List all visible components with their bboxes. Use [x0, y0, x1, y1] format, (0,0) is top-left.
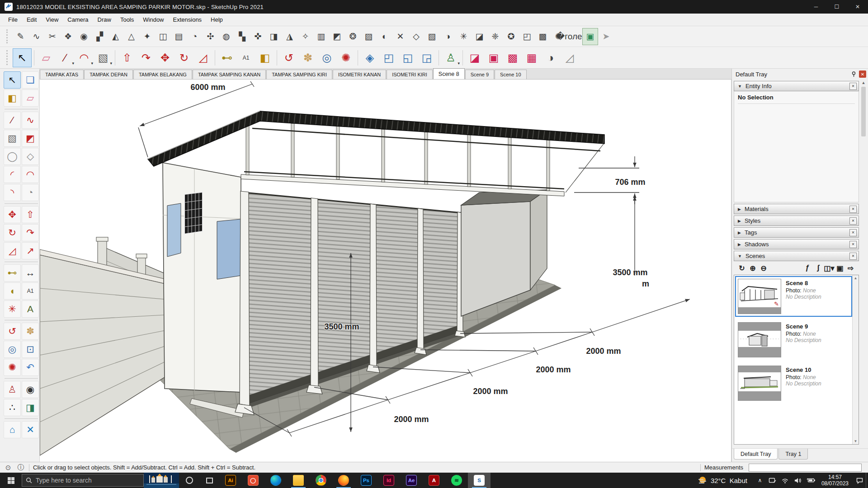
close-button[interactable]: ✕ [847, 0, 868, 14]
dropdown-caret-icon[interactable]: ▾ [458, 61, 460, 66]
rotate-tool[interactable]: ↻ ▾ [175, 48, 193, 67]
dropdown-caret-icon[interactable]: ▾ [110, 61, 112, 66]
section-display-tool[interactable]: ▣ ▾ [484, 48, 503, 67]
app-spotify[interactable]: ≋ [445, 473, 468, 488]
tab-isometri-kanan[interactable]: ISOMETRI KANAN [333, 70, 386, 79]
3d-text-tool[interactable]: A [22, 300, 39, 318]
pin-icon[interactable] [849, 70, 858, 78]
menu-file[interactable]: File [4, 14, 22, 26]
menu-camera[interactable]: Camera [63, 14, 93, 26]
orbit-tool[interactable]: ↺ ▾ [279, 48, 298, 67]
section-close-button[interactable]: × [849, 229, 857, 236]
extension-tool-25[interactable]: ✕ [392, 28, 408, 45]
app-edge[interactable] [264, 473, 287, 488]
app-sketchup[interactable]: S [468, 473, 491, 488]
tab-tampak-samping-kanan[interactable]: TAMPAK SAMPING KANAN [193, 70, 266, 79]
scene-thumbnail[interactable]: ✎ [738, 279, 781, 314]
wifi-icon[interactable] [779, 473, 792, 488]
tab-scene-9[interactable]: Scene 9 [465, 70, 494, 79]
view-tool-1[interactable]: ◈ ▾ [360, 48, 379, 67]
tray-scrollbar[interactable]: ▲ [860, 80, 867, 447]
move-tool[interactable]: ✥ [4, 206, 21, 223]
extension-tool-3[interactable]: ✂ [44, 28, 60, 45]
extension-tool-11[interactable]: ▤ [171, 28, 187, 45]
zoom-extents-tool[interactable]: ✺ [4, 359, 21, 376]
polygon-tool[interactable]: ◇ [22, 148, 39, 165]
volume-icon[interactable] [792, 473, 804, 488]
tab-scene-10[interactable]: Scene 10 [495, 70, 526, 79]
section-styles[interactable]: ▶ Styles × [734, 216, 859, 226]
extension-tool-26[interactable]: ◇ [408, 28, 424, 45]
zoom-tool[interactable]: ◎ ▾ [317, 48, 336, 67]
arc-tool[interactable]: ◜ [4, 166, 21, 183]
follow-me-tool[interactable]: ↷ ▾ [137, 48, 156, 67]
taskbar-widget-image[interactable] [144, 473, 179, 488]
cursor-tool[interactable]: ➤ [598, 28, 614, 45]
section-tags[interactable]: ▶ Tags × [734, 227, 859, 238]
menu-window[interactable]: Window [138, 14, 168, 26]
circle-tool[interactable]: ◯ [4, 148, 21, 165]
app-acrobat[interactable]: A [423, 473, 445, 488]
extension-tool-13[interactable]: ✣ [203, 28, 218, 45]
protractor-tool[interactable]: ◖ [4, 282, 21, 300]
zoom-extents-tool[interactable]: ✺ ▾ [336, 48, 355, 67]
section-close-button[interactable]: × [849, 83, 857, 90]
select-tool[interactable]: ↖ [4, 71, 21, 89]
menu-tools[interactable]: Tools [116, 14, 138, 26]
extension-tool-30[interactable]: ◪ [472, 28, 487, 45]
section-close-button[interactable]: × [849, 206, 857, 213]
expand-arrow-icon[interactable]: ▶ [738, 207, 741, 211]
extension-tool-33[interactable]: ◰ [519, 28, 535, 45]
tape-measure-tool[interactable]: ⊷ ▾ [217, 48, 236, 67]
extension-tool-14[interactable]: ◍ [218, 28, 234, 45]
extension-tool-20[interactable]: ▥ [313, 28, 329, 45]
menu-help[interactable]: Help [206, 14, 227, 26]
sandbox-tool[interactable]: ▦ ▾ [522, 48, 541, 67]
extension-tool-18[interactable]: ◮ [282, 28, 297, 45]
extension-tool-5[interactable]: ◉ [76, 28, 92, 45]
previous-view-tool[interactable]: ↶ [22, 359, 39, 376]
axes-tool[interactable]: ✳ [4, 300, 21, 318]
extension-tool-1[interactable]: ✎ [13, 28, 28, 45]
section-scenes[interactable]: ▼ Scenes × [734, 251, 859, 261]
extension-tool-34[interactable]: ▩ [535, 28, 551, 45]
section-close-button[interactable]: × [849, 217, 857, 225]
tray-close-icon[interactable]: ✕ [859, 70, 866, 78]
extension-tool-4[interactable]: ❖ [60, 28, 76, 45]
show-details-button[interactable]: ▣ [835, 263, 845, 273]
push-pull-tool[interactable]: ⇧ ▾ [118, 48, 137, 67]
make-component-tool[interactable]: ❏ [22, 71, 39, 89]
refresh-scene-button[interactable]: ↻ [736, 263, 747, 273]
tab-scene-8[interactable]: Scene 8 [433, 68, 465, 79]
view-tool-3[interactable]: ◱ ▾ [398, 48, 417, 67]
extension-tool-22[interactable]: ❂ [345, 28, 361, 45]
section-materials[interactable]: ▶ Materials × [734, 204, 859, 214]
extension-tool-27[interactable]: ▧ [424, 28, 440, 45]
extension-tool-15[interactable]: ▚ [234, 28, 250, 45]
rotate-tool[interactable]: ↻ [4, 224, 21, 241]
tab-tampak-samping-kiri[interactable]: TAMPAK SAMPING KIRI [266, 70, 332, 79]
app-chrome[interactable] [310, 473, 332, 488]
extension-tool-23[interactable]: ▨ [361, 28, 377, 45]
app-indesign[interactable]: Id [377, 473, 400, 488]
paint-bucket-tool[interactable]: ◧ ▾ [255, 48, 274, 67]
tray-tab-1[interactable]: Tray 1 [778, 449, 808, 460]
extension-tool-19[interactable]: ✧ [297, 28, 313, 45]
menu-view[interactable]: View [41, 14, 63, 26]
tab-tampak-depan[interactable]: TAMPAK DEPAN [84, 70, 133, 79]
measurements-input[interactable] [749, 464, 862, 472]
info-icon[interactable]: ⓘ [16, 463, 25, 472]
task-view-icon[interactable] [206, 478, 213, 483]
tray-tab-default[interactable]: Default Tray [734, 449, 778, 460]
rectangle-tool[interactable]: ▧ ▾ [94, 48, 113, 67]
extension-tool-12[interactable]: ◔ [187, 28, 203, 45]
app-red-utility[interactable]: ◯ [242, 473, 264, 488]
eraser-tool[interactable]: ▱ ▾ [37, 48, 56, 67]
trimble-connect-tool[interactable]: ✕ [22, 421, 39, 438]
menu-edit[interactable]: Edit [22, 14, 41, 26]
app-photoshop[interactable]: Ps [355, 473, 377, 488]
extension-tool-16[interactable]: ✜ [250, 28, 266, 45]
extension-tool-36[interactable]: �големи [566, 28, 582, 45]
eraser-tool[interactable]: ▱ [22, 89, 39, 107]
extension-tool-29[interactable]: ✳ [456, 28, 472, 45]
